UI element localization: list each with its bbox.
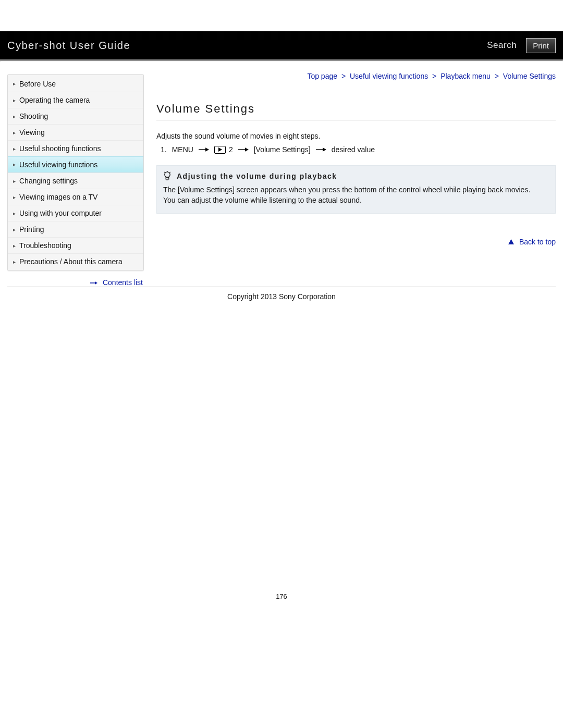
chevron-right-icon: ▸ xyxy=(13,259,16,265)
sidebar-item-10[interactable]: ▸Troubleshooting xyxy=(8,237,143,253)
step-seg-menu: MENU xyxy=(172,145,193,154)
step-1: 1. MENU 2 [Volume Settings] xyxy=(161,145,556,154)
sidebar-item-label: Using with your computer xyxy=(19,209,102,217)
breadcrumb-link[interactable]: Useful viewing functions xyxy=(350,72,428,80)
back-to-top-link[interactable]: Back to top xyxy=(519,238,556,246)
svg-line-12 xyxy=(164,172,165,172)
sidebar-item-label: Viewing images on a TV xyxy=(19,193,97,201)
svg-marker-1 xyxy=(95,281,97,285)
sidebar-item-7[interactable]: ▸Viewing images on a TV xyxy=(8,189,143,205)
breadcrumb-link[interactable]: Top page xyxy=(307,72,337,80)
title-rule xyxy=(156,120,556,120)
tip-body-2: You can adjust the volume while listenin… xyxy=(163,195,549,205)
chevron-right-icon: ▸ xyxy=(13,130,16,135)
sidebar-item-9[interactable]: ▸Printing xyxy=(8,221,143,237)
sidebar-item-1[interactable]: ▸Operating the camera xyxy=(8,92,143,108)
main-content: Top page > Useful viewing functions > Pl… xyxy=(144,74,556,246)
breadcrumb-separator: > xyxy=(493,72,501,80)
sidebar-item-8[interactable]: ▸Using with your computer xyxy=(8,205,143,221)
sidebar-item-label: Operating the camera xyxy=(19,96,90,104)
sidebar-item-label: Viewing xyxy=(19,128,45,137)
tip-heading-text: Adjusting the volume during playback xyxy=(177,172,337,180)
sidebar-item-label: Printing xyxy=(19,225,44,233)
arrow-right-icon xyxy=(238,145,249,154)
sidebar-item-label: Useful shooting functions xyxy=(19,144,101,153)
sidebar: ▸Before Use▸Operating the camera▸Shootin… xyxy=(7,74,144,287)
svg-point-8 xyxy=(165,172,170,177)
search-link[interactable]: Search xyxy=(487,40,517,51)
svg-marker-14 xyxy=(508,239,514,244)
sidebar-item-label: Precautions / About this camera xyxy=(19,257,123,266)
step-number: 1. xyxy=(161,145,167,154)
print-button[interactable]: Print xyxy=(526,38,556,53)
sidebar-item-label: Useful viewing functions xyxy=(19,161,97,169)
sidebar-item-11[interactable]: ▸Precautions / About this camera xyxy=(8,253,143,269)
back-to-top[interactable]: Back to top xyxy=(156,238,556,246)
sidebar-item-label: Troubleshooting xyxy=(19,241,71,250)
sidebar-item-label: Shooting xyxy=(19,112,48,120)
chevron-right-icon: ▸ xyxy=(13,243,16,249)
arrow-right-icon xyxy=(199,145,209,154)
svg-rect-9 xyxy=(166,177,169,179)
svg-marker-3 xyxy=(205,147,209,152)
chevron-right-icon: ▸ xyxy=(13,81,16,87)
breadcrumb-current: Volume Settings xyxy=(503,72,556,80)
playback-icon xyxy=(214,146,226,154)
arrow-right-icon xyxy=(90,279,100,287)
breadcrumb-separator: > xyxy=(430,72,438,80)
contents-list-link[interactable]: Contents list xyxy=(103,278,143,287)
bottom-rule xyxy=(7,287,556,287)
triangle-up-icon xyxy=(508,238,516,246)
chevron-right-icon: ▸ xyxy=(13,97,16,103)
svg-marker-5 xyxy=(245,147,249,152)
sidebar-item-2[interactable]: ▸Shooting xyxy=(8,108,143,124)
sidebar-item-5[interactable]: ▸Useful viewing functions xyxy=(8,156,143,172)
sidebar-list: ▸Before Use▸Operating the camera▸Shootin… xyxy=(7,74,144,271)
breadcrumb-separator: > xyxy=(339,72,348,80)
svg-line-13 xyxy=(170,172,170,172)
chevron-right-icon: ▸ xyxy=(13,146,16,152)
chevron-right-icon: ▸ xyxy=(13,178,16,184)
page-title: Volume Settings xyxy=(156,102,556,116)
breadcrumb-link[interactable]: Playback menu xyxy=(440,72,491,80)
chevron-right-icon: ▸ xyxy=(13,114,16,119)
breadcrumb: Top page > Useful viewing functions > Pl… xyxy=(156,72,556,80)
intro-text: Adjusts the sound volume of movies in ei… xyxy=(156,132,556,140)
sidebar-item-6[interactable]: ▸Changing settings xyxy=(8,172,143,189)
lightbulb-icon xyxy=(163,171,172,181)
sidebar-item-3[interactable]: ▸Viewing xyxy=(8,124,143,140)
step-seg-volume: [Volume Settings] xyxy=(254,145,311,154)
chevron-right-icon: ▸ xyxy=(13,162,16,167)
sidebar-item-4[interactable]: ▸Useful shooting functions xyxy=(8,140,143,156)
tip-body-1: The [Volume Settings] screen appears whe… xyxy=(163,184,549,195)
sidebar-item-0[interactable]: ▸Before Use xyxy=(8,76,143,92)
arrow-right-icon xyxy=(316,145,326,154)
sidebar-item-label: Changing settings xyxy=(19,177,78,185)
app-title: Cyber-shot User Guide xyxy=(7,40,130,52)
svg-marker-7 xyxy=(323,147,326,152)
sidebar-item-label: Before Use xyxy=(19,80,56,88)
copyright: Copyright 2013 Sony Corporation xyxy=(0,292,563,301)
tip-box: Adjusting the volume during playback The… xyxy=(156,165,556,214)
page-number: 176 xyxy=(0,593,563,600)
header-separator xyxy=(0,60,563,61)
chevron-right-icon: ▸ xyxy=(13,227,16,232)
chevron-right-icon: ▸ xyxy=(13,194,16,200)
header-bar: Cyber-shot User Guide Search Print xyxy=(0,31,563,60)
chevron-right-icon: ▸ xyxy=(13,211,16,216)
step-seg-desired: desired value xyxy=(332,145,375,154)
step-play-suffix: 2 xyxy=(229,145,233,154)
